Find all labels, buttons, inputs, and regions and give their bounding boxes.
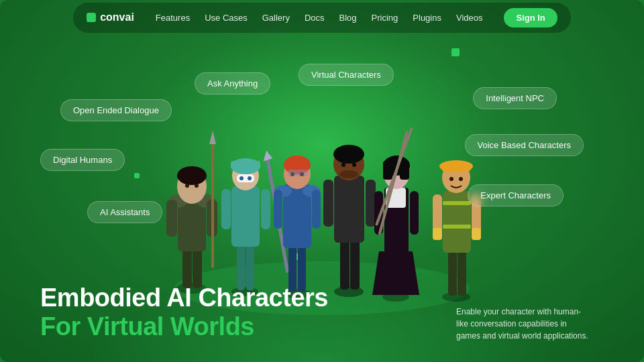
svg-rect-23 (231, 161, 260, 169)
svg-point-26 (248, 176, 252, 180)
svg-rect-62 (400, 161, 409, 180)
hero-title-line1: Embodied AI Characters (40, 284, 328, 313)
navbar-inner: convai Features Use Cases Gallery Docs B… (73, 3, 571, 33)
nav-link-pricing[interactable]: Pricing (372, 13, 398, 23)
svg-marker-14 (209, 131, 216, 144)
svg-rect-43 (340, 240, 350, 290)
nav-item-features[interactable]: Features (156, 11, 190, 23)
svg-rect-47 (366, 180, 376, 227)
svg-point-10 (177, 166, 207, 185)
svg-point-81 (459, 177, 463, 181)
label-virtual-characters[interactable]: Virtual Characters (299, 64, 394, 86)
svg-rect-20 (261, 189, 270, 229)
svg-rect-61 (383, 161, 392, 180)
svg-rect-75 (433, 228, 442, 240)
nav-item-gallery[interactable]: Gallery (262, 11, 290, 23)
svg-rect-70 (443, 191, 471, 253)
svg-rect-71 (443, 201, 471, 205)
label-expert-characters[interactable]: Expert Characters (468, 184, 564, 206)
nav-item-blog[interactable]: Blog (339, 11, 357, 23)
svg-rect-7 (166, 200, 177, 237)
logo-text: convai (100, 11, 134, 23)
svg-point-49 (333, 145, 364, 164)
svg-rect-24 (237, 174, 254, 182)
nav-link-usecases[interactable]: Use Cases (205, 13, 248, 23)
svg-rect-13 (211, 134, 214, 268)
nav-link-gallery[interactable]: Gallery (262, 13, 290, 23)
svg-rect-68 (448, 250, 457, 296)
logo-icon (87, 13, 96, 22)
svg-point-25 (239, 176, 244, 180)
svg-rect-76 (472, 228, 481, 240)
svg-rect-41 (288, 170, 308, 176)
nav-link-blog[interactable]: Blog (339, 13, 357, 23)
label-digital-humans[interactable]: Digital Humans (40, 149, 125, 171)
svg-marker-28 (262, 149, 272, 161)
svg-point-50 (341, 163, 345, 167)
svg-point-51 (352, 163, 356, 167)
svg-point-64 (399, 172, 403, 176)
svg-point-52 (339, 170, 358, 178)
svg-rect-35 (274, 190, 282, 229)
svg-rect-69 (458, 250, 466, 296)
hero-description: Enable your character with human-like co… (456, 306, 590, 342)
nav-link-docs[interactable]: Docs (305, 13, 325, 23)
label-open-ended-dialogue[interactable]: Open Ended Dialogue (60, 99, 172, 121)
nav-item-docs[interactable]: Docs (305, 11, 325, 23)
nav-link-features[interactable]: Features (156, 13, 190, 23)
svg-rect-2 (182, 248, 192, 288)
svg-point-11 (185, 184, 189, 188)
svg-rect-46 (323, 180, 333, 227)
hero-text: Embodied AI Characters For Virtual World… (40, 284, 328, 342)
svg-rect-36 (312, 190, 321, 229)
label-ask-anything[interactable]: Ask Anything (195, 72, 270, 95)
nav-item-plugins[interactable]: Plugins (413, 11, 441, 23)
svg-rect-72 (443, 225, 471, 229)
label-voice-based-characters[interactable]: Voice Based Characters (465, 134, 584, 156)
hero-title-line2: For Virtual Worlds (40, 312, 328, 342)
nav-links: Features Use Cases Gallery Docs Blog Pri… (156, 11, 483, 23)
svg-rect-44 (350, 240, 360, 290)
label-ai-assistants[interactable]: AI Assistants (87, 201, 162, 223)
decorative-square-1 (451, 48, 460, 56)
character-5-gothic (372, 127, 419, 302)
label-intelligent-npc[interactable]: Intelligent NPC (473, 87, 557, 109)
svg-rect-45 (334, 176, 364, 243)
character-1-warrior (166, 131, 217, 294)
nav-link-plugins[interactable]: Plugins (413, 13, 441, 23)
nav-item-videos[interactable]: Videos (456, 11, 483, 23)
svg-rect-18 (231, 186, 260, 247)
nav-item-usecases[interactable]: Use Cases (205, 11, 248, 23)
nav-item-pricing[interactable]: Pricing (372, 11, 398, 23)
svg-marker-54 (372, 251, 419, 295)
svg-rect-79 (441, 162, 471, 172)
navbar: convai Features Use Cases Gallery Docs B… (0, 0, 644, 35)
svg-point-12 (195, 184, 199, 188)
page-wrapper: convai Features Use Cases Gallery Docs B… (0, 0, 644, 362)
sign-in-button[interactable]: Sign In (504, 8, 557, 27)
svg-rect-3 (193, 248, 202, 288)
nav-link-videos[interactable]: Videos (456, 13, 483, 23)
logo[interactable]: convai (87, 11, 134, 23)
svg-point-80 (449, 177, 453, 181)
svg-rect-57 (410, 191, 419, 235)
svg-rect-19 (221, 189, 231, 229)
